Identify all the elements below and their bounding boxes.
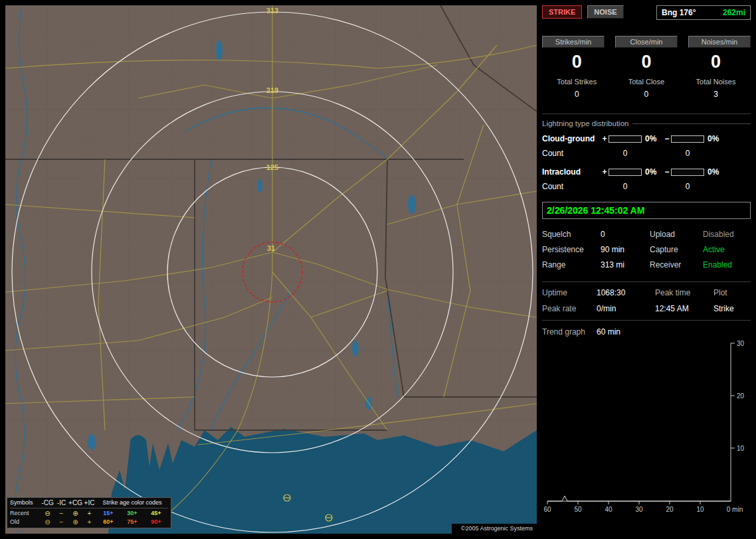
ring-label-313: 313 bbox=[266, 7, 278, 15]
title-rule bbox=[632, 123, 751, 124]
age-code: 45+ bbox=[144, 509, 168, 518]
upload-status: Disabled bbox=[703, 230, 751, 239]
trend-range-value: 60 min bbox=[597, 327, 620, 337]
trend-graph-label: Trend graph bbox=[542, 327, 597, 337]
ic-minus-percent: 0% bbox=[704, 167, 751, 177]
legend-age-title: Strike age color codes bbox=[96, 499, 168, 508]
ic-minus-meter bbox=[671, 169, 704, 176]
trend-series-line bbox=[547, 496, 731, 501]
bearing-label: Bng 176° bbox=[662, 8, 696, 17]
legend-row-label: Recent bbox=[10, 509, 41, 518]
trend-y-tick-labels: 30 20 10 bbox=[737, 340, 745, 452]
ring-label-219: 219 bbox=[266, 86, 278, 94]
trend-x-tick-labels: 60 50 40 30 20 10 0 min bbox=[543, 506, 743, 513]
ring-label-31: 31 bbox=[267, 244, 275, 252]
legend-type-header: -CG bbox=[41, 499, 54, 508]
uptime-label: Uptime bbox=[542, 288, 597, 297]
age-code: 15+ bbox=[96, 509, 120, 518]
close-per-min-value: 0 bbox=[612, 52, 682, 72]
neg-cg-icon: ⊖ bbox=[41, 509, 54, 518]
plot-value: Strike bbox=[713, 304, 751, 313]
age-code: 30+ bbox=[120, 509, 144, 518]
capture-status: Active bbox=[703, 245, 751, 254]
squelch-value: 0 bbox=[601, 230, 650, 239]
cg-minus-percent: 0% bbox=[704, 134, 751, 143]
legend-symbols-title: Symbols bbox=[10, 499, 41, 508]
minus-sign: − bbox=[663, 167, 671, 177]
total-noises-value: 3 bbox=[681, 90, 751, 99]
neg-cg-icon: ⊖ bbox=[41, 518, 54, 526]
svg-text:20: 20 bbox=[737, 392, 745, 400]
svg-text:60: 60 bbox=[543, 506, 551, 513]
ic-minus-count: 0 bbox=[671, 182, 704, 191]
total-close-label: Total Close bbox=[612, 78, 682, 86]
ic-count-label: Count bbox=[542, 182, 601, 191]
svg-text:30: 30 bbox=[635, 506, 643, 513]
upload-label: Upload bbox=[650, 230, 703, 239]
squelch-label: Squelch bbox=[542, 230, 601, 239]
ic-plus-count: 0 bbox=[609, 182, 642, 191]
cg-minus-meter bbox=[671, 135, 704, 143]
noises-per-min-value: 0 bbox=[681, 52, 751, 72]
peak-rate-label: Peak rate bbox=[542, 304, 597, 313]
age-code: 90+ bbox=[144, 518, 168, 526]
minus-sign: − bbox=[663, 134, 671, 143]
persistence-label: Persistence bbox=[542, 245, 601, 254]
legend-type-header: +IC bbox=[82, 499, 96, 508]
range-value: 313 mi bbox=[601, 260, 650, 270]
pos-ic-icon: + bbox=[82, 518, 96, 526]
strike-mode-button[interactable]: STRIKE bbox=[542, 5, 582, 19]
strikes-per-min-header[interactable]: Strikes/min bbox=[542, 36, 605, 48]
total-strikes-label: Total Strikes bbox=[542, 78, 612, 86]
svg-text:40: 40 bbox=[605, 506, 613, 513]
legend-type-header: -IC bbox=[54, 499, 68, 508]
plot-label: Plot bbox=[713, 288, 751, 297]
trend-axes bbox=[547, 343, 735, 504]
pos-ic-icon: + bbox=[82, 509, 96, 518]
peak-time-value: 12:45 AM bbox=[655, 304, 713, 313]
plus-sign: + bbox=[601, 167, 609, 177]
cg-plus-meter bbox=[609, 135, 642, 143]
range-label: Range bbox=[542, 260, 601, 270]
neg-ic-icon: − bbox=[54, 518, 68, 526]
copyright-text: ©2005 Astrogenic Systems bbox=[452, 524, 537, 534]
section-divider bbox=[542, 114, 751, 114]
lightning-map[interactable]: 313 219 125 31 bbox=[5, 5, 537, 534]
peak-rate-value: 0/min bbox=[597, 304, 655, 313]
plus-sign: + bbox=[601, 134, 609, 143]
symbols-legend: Symbols -CG -IC +CG +IC Strike age color… bbox=[7, 497, 171, 528]
ic-plus-percent: 0% bbox=[642, 167, 663, 177]
noise-mode-button[interactable]: NOISE bbox=[587, 5, 623, 19]
noises-per-min-header[interactable]: Noises/min bbox=[688, 36, 751, 48]
receiver-label: Receiver bbox=[650, 260, 703, 270]
bearing-readout: Bng 176° 262mi bbox=[656, 5, 751, 20]
intracloud-label: Intracloud bbox=[542, 167, 601, 177]
trend-graph: 30 20 10 60 50 40 30 20 10 0 min bbox=[542, 339, 749, 514]
ic-plus-meter bbox=[609, 169, 642, 176]
bearing-distance: 262mi bbox=[723, 8, 745, 17]
svg-text:20: 20 bbox=[666, 506, 674, 513]
capture-label: Capture bbox=[650, 245, 703, 254]
persistence-value: 90 min bbox=[601, 245, 650, 254]
age-code: 60+ bbox=[96, 518, 120, 526]
strikes-per-min-value: 0 bbox=[542, 52, 612, 72]
cg-minus-count: 0 bbox=[671, 149, 704, 158]
neg-ic-icon: − bbox=[54, 509, 68, 518]
cloud-ground-label: Cloud-ground bbox=[542, 134, 601, 143]
close-per-min-header[interactable]: Close/min bbox=[615, 36, 678, 48]
svg-text:10: 10 bbox=[696, 506, 704, 513]
age-code: 75+ bbox=[120, 518, 144, 526]
svg-text:10: 10 bbox=[737, 445, 745, 452]
legend-row-label: Old bbox=[10, 518, 41, 526]
map-area[interactable]: 313 219 125 31 Symbols -CG -IC +CG +IC S… bbox=[5, 5, 537, 534]
total-noises-label: Total Noises bbox=[681, 78, 751, 86]
cg-plus-percent: 0% bbox=[642, 134, 663, 143]
svg-text:50: 50 bbox=[574, 506, 582, 513]
uptime-value: 1068:30 bbox=[597, 288, 655, 297]
status-panel: STRIKE NOISE Bng 176° 262mi Strikes/min … bbox=[542, 5, 751, 534]
receiver-status: Enabled bbox=[703, 260, 751, 270]
total-strikes-value: 0 bbox=[542, 90, 612, 99]
svg-text:30: 30 bbox=[737, 340, 745, 347]
cg-count-label: Count bbox=[542, 149, 601, 158]
pos-cg-icon: ⊕ bbox=[68, 509, 82, 518]
